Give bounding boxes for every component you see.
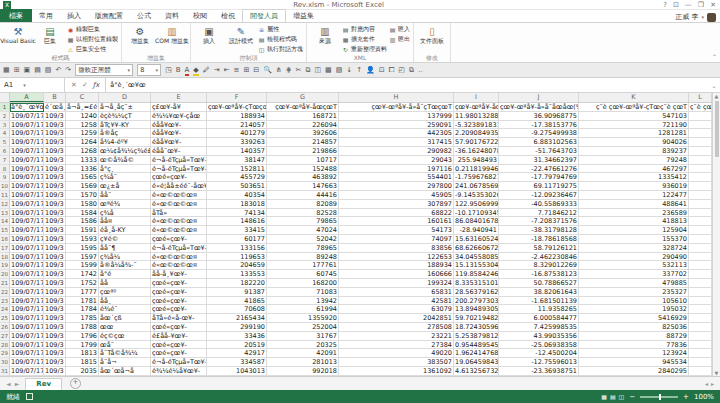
row-number[interactable]: 24 bbox=[0, 305, 10, 314]
cell[interactable]: 68822 bbox=[339, 209, 454, 218]
cell[interactable]: 1599 bbox=[66, 261, 99, 270]
cell[interactable]: 1784 bbox=[66, 305, 99, 314]
cell[interactable]: 109/07/17 bbox=[10, 226, 44, 235]
cell[interactable] bbox=[689, 156, 712, 165]
cell[interactable]: 188934 bbox=[207, 112, 267, 121]
cell[interactable]: 109/07/17 bbox=[10, 191, 44, 200]
cell[interactable]: -25.06938358 bbox=[499, 341, 579, 350]
column-header[interactable]: C bbox=[66, 93, 99, 102]
cell[interactable]: 299190 bbox=[207, 323, 267, 332]
cell[interactable]: 252004 bbox=[267, 323, 339, 332]
cell[interactable]: 109/07/17 bbox=[10, 314, 44, 323]
cell[interactable]: 122.9506999 bbox=[454, 200, 499, 209]
cell[interactable] bbox=[689, 129, 712, 138]
expand-formula-bar-icon[interactable]: ⌄ bbox=[708, 78, 720, 92]
cell[interactable]: 49020 bbox=[339, 349, 454, 358]
cell[interactable]: 70608 bbox=[207, 305, 267, 314]
sheet-tab-rev[interactable]: Rev bbox=[25, 378, 62, 390]
cell[interactable]: èçè¾¼çT bbox=[99, 112, 151, 121]
cell[interactable]: 1043013 bbox=[207, 367, 267, 376]
cell[interactable]: 109/3 bbox=[44, 147, 66, 156]
cell[interactable]: œ©å¾å© bbox=[99, 156, 151, 165]
cell[interactable]: 109/3 bbox=[44, 349, 66, 358]
cell[interactable]: 109/07/17 bbox=[10, 173, 44, 182]
row-number[interactable]: 8 bbox=[0, 165, 10, 174]
trace-dependents-icon[interactable]: ⋕ bbox=[286, 66, 292, 75]
cell[interactable]: çœé«çœ¥- bbox=[151, 235, 207, 244]
cell[interactable]: 109/3 bbox=[44, 279, 66, 288]
zoom-slider-thumb[interactable] bbox=[659, 394, 661, 400]
cell[interactable]: 109/3 bbox=[44, 235, 66, 244]
cell[interactable]: -5.323891833 bbox=[454, 121, 499, 130]
cell[interactable]: 88729 bbox=[579, 332, 689, 341]
cancel-icon[interactable]: ✕ bbox=[71, 81, 77, 89]
cell[interactable]: é«œ©œ©œ¤ bbox=[151, 261, 207, 270]
cell[interactable]: åå bbox=[99, 279, 151, 288]
sheet-nav-left-icon[interactable]: ◄ bbox=[6, 380, 11, 387]
cell[interactable]: 992018 bbox=[267, 367, 339, 376]
cell[interactable]: 6.883102563 bbox=[499, 138, 579, 147]
cell[interactable]: çœªº bbox=[99, 288, 151, 297]
cell[interactable]: 1595 bbox=[66, 244, 99, 253]
draw-border-icon[interactable]: ◳ bbox=[165, 66, 172, 75]
cell[interactable]: 65831 bbox=[339, 288, 454, 297]
cell[interactable]: 59.70219482 bbox=[454, 314, 499, 323]
cell[interactable]: 109/07/17 bbox=[10, 341, 44, 350]
cell[interactable]: 109/3 bbox=[44, 244, 66, 253]
cell[interactable]: 160666 bbox=[339, 270, 454, 279]
cell[interactable]: 109/07/17 bbox=[10, 209, 44, 218]
cell[interactable]: 1570 bbox=[66, 191, 99, 200]
ribbon-display-options-button[interactable]: ⊡ bbox=[673, 1, 679, 9]
cell[interactable]: é«œ©œ©œ¤ bbox=[151, 253, 207, 262]
cell[interactable]: 1281281 bbox=[579, 129, 689, 138]
cell[interactable]: 137999 bbox=[339, 112, 454, 121]
cell[interactable]: 109/3 bbox=[44, 314, 66, 323]
cell[interactable]: -51.7643703 bbox=[499, 147, 579, 156]
cell[interactable]: 86.08401678 bbox=[454, 217, 499, 226]
merge-across-icon[interactable]: ⊟ bbox=[253, 66, 259, 75]
cell[interactable]: 109/07/17 bbox=[10, 288, 44, 297]
cell[interactable]: å¨å¬ bbox=[99, 358, 151, 367]
ribbon-tab[interactable]: 版面配置 bbox=[88, 9, 130, 22]
cell[interactable]: 77836 bbox=[579, 341, 689, 350]
cell[interactable]: 195032 bbox=[579, 305, 689, 314]
cell[interactable]: 52042 bbox=[267, 235, 339, 244]
cell[interactable]: 241.0678569 bbox=[454, 182, 499, 191]
cell[interactable]: 337702 bbox=[579, 270, 689, 279]
cell[interactable]: 936019 bbox=[579, 182, 689, 191]
ribbon-button[interactable]: ▤匯入 bbox=[389, 24, 410, 34]
scroll-down-icon[interactable]: ▼ bbox=[715, 370, 719, 376]
cell[interactable]: 467297 bbox=[579, 165, 689, 174]
cell[interactable]: 20519 bbox=[207, 341, 267, 350]
cell[interactable]: 42091 bbox=[267, 349, 339, 358]
formula-input[interactable]: å°è¸´œ¥œ bbox=[106, 78, 708, 92]
row-number[interactable]: 22 bbox=[0, 288, 10, 297]
cell[interactable]: 109/3 bbox=[44, 305, 66, 314]
cell[interactable]: 147663 bbox=[267, 182, 339, 191]
cell[interactable]: 105610 bbox=[579, 297, 689, 306]
align-center-icon[interactable]: ≡ bbox=[234, 66, 240, 75]
cell[interactable] bbox=[689, 217, 712, 226]
ribbon-tab[interactable]: 開發人員 bbox=[242, 9, 286, 22]
cell[interactable]: œå¨ bbox=[99, 341, 151, 350]
cell[interactable]: é¬å-éTçµå«Tœ¥- bbox=[151, 358, 207, 367]
cell[interactable]: 7.425998535 bbox=[499, 323, 579, 332]
cell[interactable]: 1355920 bbox=[267, 314, 339, 323]
collapse-ribbon-icon[interactable]: ⌃ bbox=[712, 53, 717, 60]
cell[interactable]: 1361092 bbox=[339, 367, 454, 376]
cell[interactable]: 63079 bbox=[339, 305, 454, 314]
cell[interactable]: åTå»é«å-œ¥- bbox=[151, 314, 207, 323]
cell[interactable]: 109/3 bbox=[44, 332, 66, 341]
cell[interactable] bbox=[689, 191, 712, 200]
cell[interactable]: 2042851 bbox=[339, 314, 454, 323]
cell[interactable]: å¬å¸åç¨± bbox=[99, 103, 151, 112]
minimize-button[interactable]: — bbox=[685, 1, 692, 9]
cell[interactable]: å®åç bbox=[99, 129, 151, 138]
cell[interactable]: 109/3 bbox=[44, 226, 66, 235]
cell[interactable]: 109/07/17 bbox=[10, 279, 44, 288]
cell[interactable]: 140357 bbox=[207, 147, 267, 156]
cell[interactable]: åTå» bbox=[151, 209, 207, 218]
arrange-windows-icon[interactable]: ⧠ bbox=[389, 66, 395, 75]
cell[interactable]: 109/07/17 bbox=[10, 121, 44, 130]
help-button[interactable]: ? bbox=[663, 1, 667, 9]
